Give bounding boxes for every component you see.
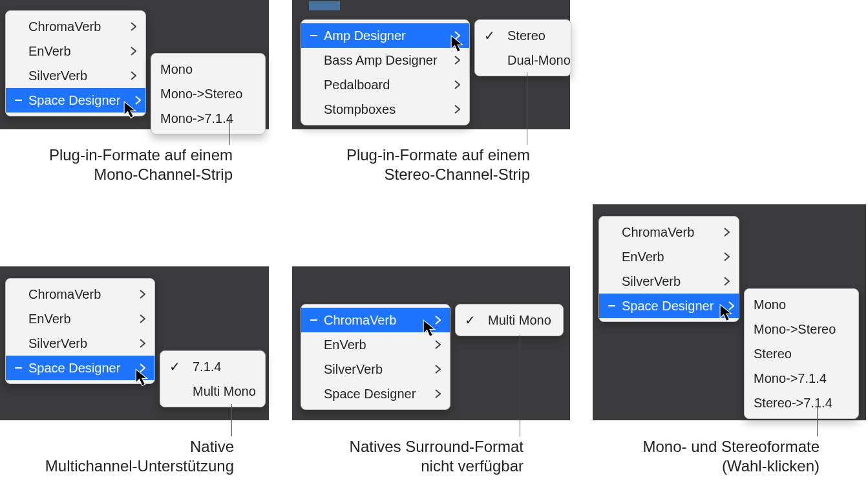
submenu-item-stereo[interactable]: ✓Stereo	[475, 23, 571, 48]
chevron-right-icon	[139, 314, 145, 323]
plugin-menu-4[interactable]: ChromaVerb EnVerb SilverVerb Space Desig…	[301, 304, 450, 410]
check-icon: ✓	[465, 310, 475, 330]
format-submenu-1[interactable]: Mono Mono->Stereo Mono->7.1.4	[151, 53, 266, 134]
submenu-item-label: Mono->Stereo	[754, 319, 836, 339]
submenu-item-label: Mono	[754, 295, 786, 314]
submenu-item-label: Mono	[160, 59, 193, 79]
plugin-menu-5[interactable]: ChromaVerb EnVerb SilverVerb Space Desig…	[598, 216, 739, 322]
submenu-item-label: Multi Mono	[193, 381, 256, 401]
chevron-right-icon	[434, 365, 441, 374]
chevron-right-icon	[130, 47, 136, 56]
chevron-right-icon	[134, 96, 141, 105]
menu-item-label: Bass Amp Designer	[324, 50, 438, 70]
callout-line	[520, 335, 520, 436]
chevron-right-icon	[434, 316, 441, 325]
callout-line	[231, 404, 232, 436]
chevron-right-icon	[454, 56, 460, 65]
menu-item-space-designer[interactable]: Space Designer	[6, 356, 154, 380]
menu-item-space-designer[interactable]: Space Designer	[301, 381, 450, 406]
menu-item-space-designer[interactable]: Space Designer	[599, 294, 739, 318]
menu-item-enverb[interactable]: EnVerb	[6, 306, 154, 331]
menu-item-label: Space Designer	[324, 384, 416, 403]
menu-item-label: SilverVerb	[28, 334, 87, 353]
submenu-item-stereo[interactable]: Stereo	[745, 341, 858, 366]
submenu-item-multi-mono[interactable]: Multi Mono	[160, 379, 265, 403]
submenu-item-label: Stereo	[754, 344, 792, 363]
menu-item-amp-designer[interactable]: Amp Designer	[301, 23, 469, 48]
submenu-item-stereo-714[interactable]: Stereo->7.1.4	[745, 391, 858, 415]
callout-line	[527, 72, 527, 145]
submenu-item-mono-stereo[interactable]: Mono->Stereo	[151, 81, 265, 106]
menu-item-enverb[interactable]: EnVerb	[599, 244, 739, 269]
dash-icon	[15, 367, 22, 369]
menu-item-chromaverb[interactable]: ChromaVerb	[301, 308, 450, 332]
chevron-right-icon	[434, 389, 441, 398]
submenu-item-label: 7.1.4	[193, 357, 221, 376]
submenu-item-mono-stereo[interactable]: Mono->Stereo	[745, 317, 858, 341]
format-submenu-5[interactable]: Mono Mono->Stereo Stereo Mono->7.1.4 Ste…	[744, 288, 859, 419]
chevron-right-icon	[723, 252, 730, 261]
submenu-item-label: Mono->Stereo	[160, 84, 242, 103]
submenu-item-dual-mono[interactable]: Dual-Mono	[475, 48, 571, 72]
caption-3: Native Multichannel-Unterstützung	[0, 437, 234, 476]
menu-item-silververb[interactable]: SilverVerb	[599, 269, 739, 294]
submenu-item-multi-mono[interactable]: ✓Multi Mono	[456, 308, 563, 332]
plugin-menu-2[interactable]: Amp Designer Bass Amp Designer Pedalboar…	[301, 19, 470, 125]
submenu-item-label: Mono->7.1.4	[754, 369, 827, 388]
plugin-menu-1[interactable]: ChromaVerb EnVerb SilverVerb Space Desig…	[5, 10, 146, 116]
menu-item-label: Space Designer	[622, 296, 714, 316]
menu-item-label: EnVerb	[28, 41, 71, 61]
dash-icon	[310, 35, 317, 36]
menu-item-silververb[interactable]: SilverVerb	[6, 63, 145, 88]
format-submenu-3[interactable]: ✓7.1.4 Multi Mono	[160, 350, 266, 407]
chevron-right-icon	[454, 80, 460, 89]
submenu-item-label: Dual-Mono	[507, 50, 571, 70]
chevron-right-icon	[139, 363, 145, 372]
menu-item-bass-amp-designer[interactable]: Bass Amp Designer	[301, 48, 469, 72]
chevron-right-icon	[434, 340, 441, 349]
dash-icon	[15, 100, 22, 101]
caption-4: Natives Surround-Format nicht verfügbar	[323, 437, 524, 476]
submenu-item-label: Stereo->7.1.4	[754, 393, 832, 413]
menu-item-label: ChromaVerb	[28, 17, 101, 36]
menu-item-chromaverb[interactable]: ChromaVerb	[6, 14, 145, 39]
caption-5: Mono- und Stereoformate (Wahl-klicken)	[619, 437, 820, 476]
menu-item-silververb[interactable]: SilverVerb	[6, 331, 154, 356]
dash-icon	[310, 319, 317, 321]
submenu-item-714[interactable]: ✓7.1.4	[160, 354, 265, 379]
menu-item-space-designer[interactable]: Space Designer	[6, 88, 145, 113]
menu-item-label: EnVerb	[28, 309, 71, 328]
menu-item-label: SilverVerb	[622, 272, 681, 291]
menu-item-silververb[interactable]: SilverVerb	[301, 357, 450, 381]
menu-item-label: ChromaVerb	[622, 222, 694, 242]
menu-item-label: ChromaVerb	[324, 310, 396, 330]
chevron-right-icon	[728, 301, 734, 310]
caption-2: Plug-in-Formate auf einem Stereo-Channel…	[323, 145, 530, 184]
format-submenu-2[interactable]: ✓Stereo Dual-Mono	[474, 19, 571, 76]
submenu-item-mono-714[interactable]: Mono->7.1.4	[745, 366, 858, 391]
menu-item-enverb[interactable]: EnVerb	[301, 332, 450, 357]
chevron-right-icon	[139, 339, 145, 348]
menu-item-pedalboard[interactable]: Pedalboard	[301, 72, 469, 97]
menu-item-chromaverb[interactable]: ChromaVerb	[6, 282, 154, 306]
menu-item-label: Space Designer	[28, 91, 120, 110]
submenu-item-mono-714[interactable]: Mono->7.1.4	[151, 106, 265, 131]
menu-item-enverb[interactable]: EnVerb	[6, 39, 145, 63]
menu-item-chromaverb[interactable]: ChromaVerb	[599, 220, 739, 244]
dash-icon	[608, 305, 615, 306]
check-icon: ✓	[484, 26, 494, 45]
submenu-item-mono[interactable]: Mono	[745, 292, 858, 317]
menu-item-stompboxes[interactable]: Stompboxes	[301, 97, 469, 122]
submenu-item-label: Stereo	[507, 26, 545, 45]
callout-line	[817, 407, 818, 436]
plugin-menu-3[interactable]: ChromaVerb EnVerb SilverVerb Space Desig…	[5, 278, 155, 384]
submenu-item-mono[interactable]: Mono	[151, 57, 265, 81]
menu-item-label: EnVerb	[324, 335, 366, 354]
menu-item-label: Stompboxes	[324, 100, 396, 119]
chevron-right-icon	[130, 22, 136, 31]
chevron-right-icon	[139, 290, 145, 299]
format-submenu-4[interactable]: ✓Multi Mono	[455, 304, 564, 336]
caption-1: Plug-in-Formate auf einem Mono-Channel-S…	[23, 145, 233, 184]
submenu-item-label: Multi Mono	[488, 310, 551, 330]
chevron-right-icon	[723, 228, 730, 237]
